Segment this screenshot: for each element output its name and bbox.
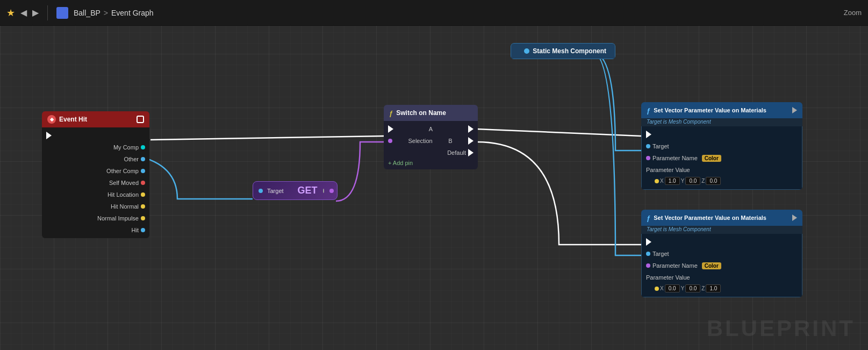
- set-vec-2-param-value-label: Parameter Value: [642, 272, 802, 283]
- event-hit-node: ◆ Event Hit My Comp Other Other Comp Sel…: [42, 111, 149, 238]
- breadcrumb-project: Ball_BP: [74, 9, 101, 17]
- switch-default: Default: [384, 147, 478, 159]
- forward-button[interactable]: ▶: [32, 8, 39, 18]
- set-vec-2-exec-in: [642, 236, 802, 248]
- breadcrumb-sep: >: [104, 9, 108, 17]
- switch-icon: ƒ: [389, 109, 393, 117]
- set-vec-1-xyz: X 1.0 Y 0.0 Z 0.0: [642, 176, 802, 187]
- switch-default-pin: [468, 149, 474, 156]
- pin-hit-normal: Hit Normal: [42, 201, 149, 212]
- get-target-pin: [259, 189, 263, 193]
- target-label-2: Target: [652, 251, 669, 257]
- toolbar: ★ ◀ ▶ Ball_BP > Event Graph Zoom: [0, 0, 868, 26]
- event-hit-icon: ◆: [47, 115, 56, 124]
- set-vec-1-target: Target: [642, 140, 802, 152]
- param-value-pin-1: [655, 179, 659, 183]
- pin-other: Other: [42, 153, 149, 165]
- target-label-1: Target: [652, 143, 669, 149]
- set-vec-2-subtitle: Target is Mesh Component: [641, 226, 802, 234]
- set-vec-2-exec-out: [792, 215, 797, 221]
- func-icon-2: ƒ: [647, 214, 650, 222]
- set-vec-1-exec-out: [792, 107, 797, 113]
- switch-exec-in: A: [384, 123, 478, 135]
- other-comp-pin: [141, 169, 145, 173]
- event-hit-title: Event Hit: [59, 116, 87, 123]
- x-value-2[interactable]: 0.0: [665, 284, 680, 292]
- param-name-pin-2: [646, 263, 650, 268]
- set-vec-1-header: ƒ Set Vector Parameter Value on Material…: [641, 102, 802, 118]
- param-name-pin-1: [646, 156, 650, 160]
- static-mesh-title: Static Mesh Component: [533, 47, 606, 55]
- my-comp-pin: [141, 145, 145, 149]
- blueprint-watermark: BLUEPRINT: [707, 316, 855, 341]
- set-vec-2-body: Target Parameter Name Color Parameter Va…: [641, 234, 802, 297]
- switch-b-pin: [468, 137, 474, 145]
- z-value-2[interactable]: 1.0: [706, 284, 721, 292]
- param-name-label-2: Parameter Name: [652, 262, 698, 269]
- self-moved-pin: [141, 181, 145, 185]
- z-value-1[interactable]: 0.0: [706, 177, 721, 185]
- favorite-icon[interactable]: ★: [6, 7, 15, 19]
- set-vec-2-target: Target: [642, 248, 802, 260]
- exec-in-pin-2: [646, 238, 651, 246]
- get-node: Target GET: [253, 181, 338, 200]
- set-vec-1-param-value-label: Parameter Value: [642, 164, 802, 176]
- switch-title: Switch on Name: [396, 109, 446, 117]
- blueprint-icon: [56, 7, 68, 19]
- back-button[interactable]: ◀: [20, 8, 27, 18]
- hit-normal-pin: [141, 204, 145, 209]
- pin-hit: Hit: [42, 224, 149, 236]
- pin-normal-impulse: Normal Impulse: [42, 212, 149, 224]
- set-vec-1-subtitle: Target is Mesh Component: [641, 118, 802, 126]
- normal-impulse-pin: [141, 216, 145, 220]
- set-vec-2-header: ƒ Set Vector Parameter Value on Material…: [641, 210, 802, 226]
- y-value-1[interactable]: 0.0: [685, 177, 700, 185]
- target-pin-2: [646, 252, 650, 256]
- param-value-label-1: Parameter Value: [646, 167, 690, 173]
- get-out-pin: [323, 189, 324, 193]
- param-value-label-2: Parameter Value: [646, 274, 690, 281]
- breadcrumb: Ball_BP > Event Graph: [74, 9, 154, 17]
- switch-selection-pin: [388, 139, 392, 143]
- switch-on-name-node: ƒ Switch on Name A Selection B Default +…: [384, 105, 478, 169]
- pin-other-comp: Other Comp: [42, 165, 149, 177]
- set-vec-1-title: Set Vector Parameter Value on Materials: [654, 107, 766, 113]
- exec-in-pin-1: [646, 131, 651, 138]
- pin-self-moved: Self Moved: [42, 177, 149, 189]
- y-value-2[interactable]: 0.0: [685, 284, 700, 292]
- switch-exec-in-pin: [388, 125, 393, 133]
- grid-icon: [290, 187, 291, 195]
- zoom-label: Zoom: [844, 9, 862, 17]
- hit-pin: [141, 228, 145, 232]
- set-vec-1-param-name-row: Parameter Name Color: [642, 152, 802, 164]
- other-pin: [141, 157, 145, 161]
- param-name-value-1: Color: [702, 155, 721, 162]
- set-vector-2-node: ƒ Set Vector Parameter Value on Material…: [641, 210, 802, 297]
- event-hit-header: ◆ Event Hit: [42, 111, 149, 127]
- get-label: GET: [298, 185, 318, 196]
- func-icon-1: ƒ: [647, 106, 650, 115]
- get-value-out: [329, 189, 334, 193]
- event-hit-body: My Comp Other Other Comp Self Moved Hit …: [42, 127, 149, 238]
- pin-my-comp: My Comp: [42, 141, 149, 153]
- param-value-pin-2: [655, 287, 659, 291]
- set-vec-2-xyz: X 0.0 Y 0.0 Z 1.0: [642, 283, 802, 295]
- target-pin-1: [646, 144, 650, 148]
- switch-body: A Selection B Default + Add pin: [384, 121, 478, 169]
- x-value-1[interactable]: 1.0: [665, 177, 680, 185]
- param-name-value-2: Color: [702, 262, 721, 269]
- set-vector-1-node: ƒ Set Vector Parameter Value on Material…: [641, 102, 802, 190]
- breadcrumb-graph: Event Graph: [111, 9, 154, 17]
- pin-hit-location: Hit Location: [42, 189, 149, 201]
- switch-a-pin: [468, 125, 474, 133]
- switch-add-pin[interactable]: + Add pin: [384, 159, 478, 167]
- exec-out-pin: [46, 132, 52, 139]
- event-hit-exec-out: [42, 130, 149, 141]
- set-vec-2-title: Set Vector Parameter Value on Materials: [654, 215, 766, 221]
- set-vec-1-exec-in: [642, 128, 802, 140]
- switch-header: ƒ Switch on Name: [384, 105, 478, 121]
- set-vec-2-param-name-row: Parameter Name Color: [642, 260, 802, 272]
- set-vec-1-body: Target Parameter Name Color Parameter Va…: [641, 126, 802, 190]
- static-mesh-out-pin: [524, 48, 529, 54]
- separator: [47, 5, 48, 20]
